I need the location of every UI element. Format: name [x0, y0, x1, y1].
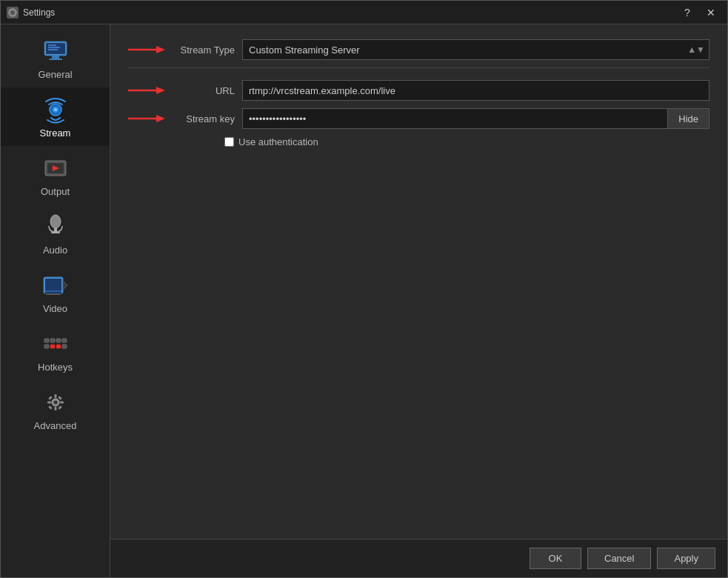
svg-rect-37 — [60, 402, 64, 404]
svg-rect-31 — [62, 345, 67, 348]
url-arrow — [128, 84, 165, 97]
stream-type-label: Stream Type — [168, 44, 242, 56]
url-row: URL — [128, 80, 709, 101]
svg-rect-27 — [62, 339, 67, 342]
help-button[interactable]: ? — [677, 5, 698, 20]
main-panel: Stream Type Custom Streaming Server ▲▼ — [110, 24, 727, 577]
svg-rect-38 — [48, 396, 53, 400]
use-auth-checkbox[interactable] — [224, 137, 234, 147]
stream-key-input-group: Hide — [242, 108, 709, 129]
svg-rect-30 — [56, 345, 61, 348]
stream-type-arrow — [128, 43, 165, 56]
svg-rect-22 — [46, 293, 61, 295]
svg-rect-26 — [56, 339, 61, 342]
stream-icon — [41, 95, 70, 124]
url-input[interactable] — [242, 80, 709, 101]
window-controls: ? ✕ — [677, 5, 721, 20]
stream-key-arrow — [128, 112, 165, 125]
output-label: Output — [41, 186, 70, 197]
stream-key-row: Stream key Hide — [128, 108, 709, 129]
sidebar-item-audio[interactable]: Audio — [1, 205, 110, 263]
stream-label: Stream — [40, 127, 71, 139]
app-icon — [7, 7, 19, 19]
video-icon — [41, 270, 70, 300]
svg-rect-34 — [54, 394, 56, 398]
svg-rect-28 — [44, 345, 49, 348]
svg-rect-35 — [54, 407, 56, 411]
hotkeys-icon — [41, 329, 70, 359]
ok-button[interactable]: OK — [530, 548, 581, 569]
audio-icon — [41, 212, 70, 242]
stream-key-label: Stream key — [168, 113, 242, 124]
sidebar-item-output[interactable]: Output — [1, 146, 110, 205]
sidebar-item-video[interactable]: Video — [1, 263, 110, 322]
stream-key-input[interactable] — [242, 108, 668, 129]
svg-marker-23 — [63, 281, 67, 290]
stream-settings-content: Stream Type Custom Streaming Server ▲▼ — [110, 24, 727, 539]
svg-rect-21 — [45, 292, 61, 293]
hide-button[interactable]: Hide — [668, 108, 709, 129]
svg-marker-47 — [156, 115, 165, 122]
advanced-icon — [41, 388, 70, 417]
use-auth-label[interactable]: Use authentication — [238, 136, 318, 147]
bottom-bar: OK Cancel Apply — [110, 539, 727, 577]
sidebar-item-advanced[interactable]: Advanced — [1, 380, 110, 439]
use-auth-row: Use authentication — [224, 136, 709, 147]
svg-rect-3 — [52, 56, 59, 59]
stream-type-row: Stream Type Custom Streaming Server ▲▼ — [128, 39, 709, 60]
stream-type-select-wrapper: Custom Streaming Server ▲▼ — [242, 39, 709, 60]
close-button[interactable]: ✕ — [701, 5, 721, 20]
svg-rect-4 — [49, 59, 62, 60]
hotkeys-label: Hotkeys — [38, 362, 73, 373]
svg-point-11 — [54, 108, 57, 111]
general-label: General — [38, 69, 72, 80]
stream-type-select[interactable]: Custom Streaming Server — [242, 39, 709, 60]
audio-label: Audio — [43, 245, 67, 256]
svg-rect-36 — [47, 402, 51, 404]
svg-marker-43 — [156, 46, 165, 53]
separator — [128, 67, 709, 68]
svg-rect-19 — [45, 279, 61, 292]
svg-rect-40 — [48, 405, 53, 410]
sidebar-item-hotkeys[interactable]: Hotkeys — [1, 322, 110, 380]
titlebar: Settings ? ✕ — [1, 1, 727, 24]
window-title: Settings — [23, 7, 677, 18]
svg-rect-20 — [45, 290, 61, 292]
sidebar-item-general[interactable]: General — [1, 29, 110, 87]
cancel-button[interactable]: Cancel — [587, 548, 651, 569]
svg-rect-39 — [58, 396, 62, 400]
url-label: URL — [168, 85, 242, 96]
sidebar-item-stream[interactable]: Stream — [1, 87, 110, 146]
svg-marker-45 — [156, 87, 165, 94]
sidebar: General Stream — [1, 24, 110, 577]
settings-window: Settings ? ✕ — [0, 0, 728, 578]
svg-point-33 — [53, 401, 57, 405]
svg-rect-24 — [44, 339, 49, 342]
general-icon — [41, 36, 70, 66]
video-label: Video — [43, 303, 67, 314]
output-icon — [41, 153, 70, 183]
main-content-area: General Stream — [1, 24, 727, 577]
advanced-label: Advanced — [34, 420, 77, 431]
svg-point-1 — [10, 10, 15, 15]
svg-rect-29 — [50, 345, 55, 348]
apply-button[interactable]: Apply — [657, 548, 715, 569]
svg-point-15 — [50, 215, 61, 228]
svg-rect-25 — [50, 339, 55, 342]
svg-rect-41 — [58, 405, 62, 410]
